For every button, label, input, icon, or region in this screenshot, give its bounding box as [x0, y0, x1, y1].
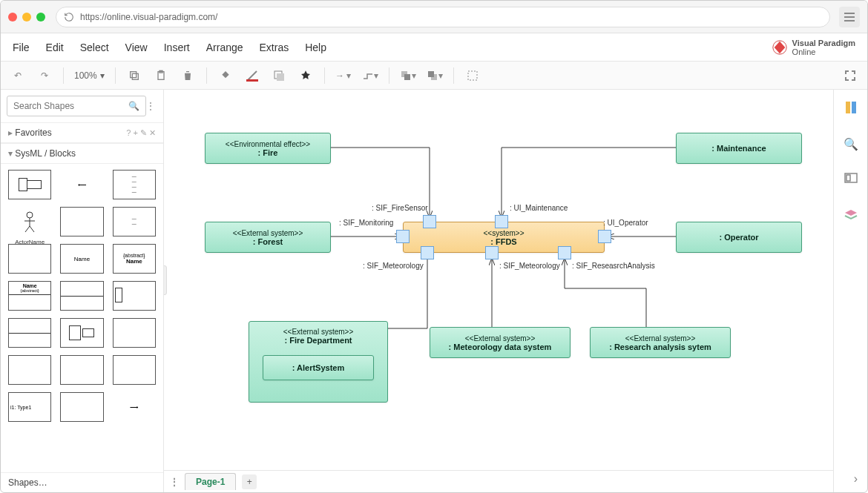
browser-menu-button[interactable] [839, 7, 860, 27]
blocks-section-header[interactable]: ▾ SysML / Blocks [1, 143, 163, 164]
palette-shape[interactable]: Name{abstract} [8, 281, 51, 311]
zoom-dropdown[interactable]: 100%▾ [74, 70, 105, 81]
block-fire[interactable]: <<Environmental effect>> : Fire [205, 133, 331, 164]
menu-items: File Edit Select View Insert Arrange Ext… [13, 42, 326, 53]
block-fire-department[interactable]: <<External system>> : Fire Department : … [249, 321, 388, 403]
menu-extras[interactable]: Extras [260, 42, 289, 53]
palette-shape[interactable] [60, 281, 103, 311]
search-panel-button[interactable]: 🔍 [844, 137, 858, 151]
svg-rect-21 [846, 175, 850, 181]
palette-shape[interactable]: —— [113, 207, 156, 236]
block-forest[interactable]: <<External system>> : Forest [205, 222, 331, 253]
add-page-button[interactable]: + [242, 474, 257, 489]
shape-palette: ⟵ ———— ActorName —— Name {abstract}Name … [1, 164, 163, 472]
palette-shape[interactable] [8, 355, 51, 385]
right-sidebar: 🔍 › [833, 90, 867, 492]
maximize-window-button[interactable] [36, 13, 45, 21]
body: 🔍 ⋮ ▸ Favorites ? + ✎ ✕ ▾ SysML / Blocks… [1, 90, 867, 492]
window-controls [8, 13, 45, 21]
menu-edit[interactable]: Edit [46, 42, 64, 53]
delete-button[interactable] [180, 67, 196, 84]
palette-shape[interactable]: {abstract}Name [113, 244, 156, 274]
minimize-window-button[interactable] [22, 13, 31, 21]
favorites-section-header[interactable]: ▸ Favorites ? + ✎ ✕ [1, 122, 163, 143]
palette-shape[interactable] [8, 244, 51, 274]
port[interactable] [558, 246, 571, 259]
layers-panel-button[interactable] [844, 208, 858, 225]
canvas-area: <<Environmental effect>> : Fire : Mainte… [164, 90, 833, 492]
block-operator[interactable]: : Operator [676, 222, 802, 253]
palette-shape[interactable] [60, 392, 103, 422]
port[interactable] [495, 215, 508, 228]
undo-button[interactable]: ↶ [10, 67, 26, 84]
redo-button[interactable]: ↷ [36, 67, 53, 84]
palette-shape[interactable] [113, 281, 156, 311]
svg-rect-9 [404, 74, 410, 80]
menu-view[interactable]: View [125, 42, 148, 53]
to-back-button[interactable]: ▾ [427, 67, 443, 84]
selection-tool-button[interactable] [464, 67, 481, 84]
shadow-button[interactable] [271, 67, 287, 84]
menu-select[interactable]: Select [80, 42, 109, 53]
palette-shape[interactable]: i1: Type1 [8, 392, 51, 422]
palette-shape[interactable] [60, 207, 103, 236]
menu-insert[interactable]: Insert [164, 42, 190, 53]
outline-panel-button[interactable] [844, 171, 858, 188]
svg-rect-2 [130, 71, 136, 77]
palette-shape[interactable] [8, 170, 51, 199]
port[interactable] [598, 230, 611, 243]
block-maintenance[interactable]: : Maintenance [676, 133, 802, 164]
copy-button[interactable] [126, 67, 142, 84]
style-button[interactable] [297, 67, 314, 84]
palette-shape[interactable] [60, 318, 103, 348]
favorites-actions[interactable]: ? + ✎ ✕ [126, 128, 156, 138]
tabbar-menu-button[interactable]: ⋮ [170, 477, 179, 487]
paste-button[interactable] [153, 67, 169, 84]
fullscreen-button[interactable] [842, 67, 858, 84]
palette-shape[interactable]: ———— [113, 170, 156, 199]
palette-shape[interactable] [113, 318, 156, 348]
connection-arrow-button[interactable]: → ▾ [335, 67, 352, 84]
block-alert-system[interactable]: : AlertSystem [263, 355, 374, 380]
menu-file[interactable]: File [13, 42, 30, 53]
block-meteorology[interactable]: <<External system>> : Meteorology data s… [430, 327, 571, 358]
svg-rect-7 [277, 73, 284, 81]
svg-rect-5 [246, 79, 258, 82]
diagram-canvas[interactable]: <<Environmental effect>> : Fire : Mainte… [164, 90, 833, 470]
to-front-button[interactable]: ▾ [400, 67, 416, 84]
block-research[interactable]: <<External system>> : Research analysis … [590, 327, 731, 358]
port-label: : SIF_Meteorology [499, 262, 560, 270]
app-window: https://online.visual-paradigm.com/ File… [0, 0, 868, 493]
port[interactable] [485, 246, 499, 259]
palette-shape[interactable]: ⟵ [60, 170, 103, 199]
svg-line-17 [30, 226, 34, 232]
collapse-right-sidebar-button[interactable]: › [854, 472, 858, 486]
port-label: : SIF_FireSensor [372, 204, 428, 212]
palette-shape[interactable] [113, 355, 156, 385]
port[interactable] [421, 246, 434, 259]
page-tab[interactable]: Page-1 [185, 473, 236, 490]
menu-help[interactable]: Help [305, 42, 326, 53]
menu-arrange[interactable]: Arrange [206, 42, 243, 53]
port-label: : UI_Maintenance [510, 204, 568, 212]
waypoint-button[interactable]: ▾ [362, 67, 378, 84]
palette-shape[interactable]: Name [60, 244, 103, 274]
address-bar[interactable]: https://online.visual-paradigm.com/ [56, 7, 830, 27]
palette-shape[interactable] [60, 355, 103, 385]
sidebar-more-button[interactable]: ⋮ [144, 101, 157, 111]
more-shapes-button[interactable]: Shapes… [1, 472, 163, 492]
fill-color-button[interactable] [217, 67, 234, 84]
port[interactable] [423, 215, 436, 228]
close-window-button[interactable] [8, 13, 17, 21]
palette-shape[interactable]: ⟶ [113, 392, 156, 422]
port[interactable] [396, 230, 410, 243]
left-sidebar: 🔍 ⋮ ▸ Favorites ? + ✎ ✕ ▾ SysML / Blocks… [1, 90, 164, 492]
port-label: : SIF_Monitoring [339, 219, 393, 227]
sidebar-splitter[interactable] [164, 265, 167, 295]
palette-shape[interactable] [8, 318, 51, 348]
reload-icon [64, 12, 74, 22]
format-panel-button[interactable] [844, 100, 858, 118]
line-color-button[interactable] [244, 67, 260, 84]
palette-shape[interactable]: ActorName [8, 207, 51, 236]
search-shapes-input[interactable] [7, 96, 146, 116]
